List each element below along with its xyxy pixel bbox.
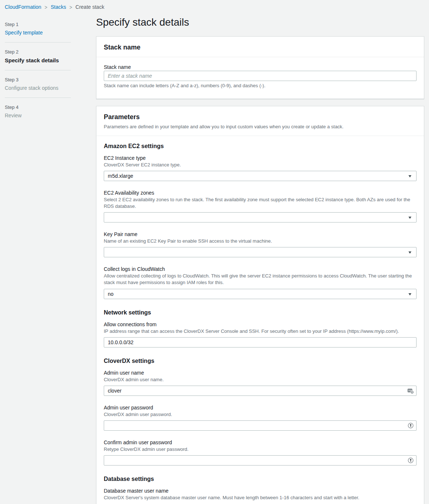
chevron-down-icon [408,175,411,177]
key-icon[interactable] [407,422,414,429]
sidebar-step-4: Step 4Review [5,104,71,118]
stack-name-card-body: Stack name Stack name can include letter… [96,57,424,99]
sidebar-step-3: Step 3Configure stack options [5,77,71,91]
step-number: Step 3 [5,77,71,82]
field-ec2-instance-type: EC2 Instance typeCloverDX Server EC2 ins… [104,155,417,181]
key-pair-name-select[interactable] [104,247,417,257]
text-control [104,420,417,431]
section-heading-amazon-ec2-settings: Amazon EC2 settings [104,143,417,150]
field-description: Name of an existing EC2 Key Pair to enab… [104,238,417,244]
breadcrumb-current: Create stack [76,4,104,10]
ec2-instance-type-select[interactable]: m5d.xlarge [104,171,417,181]
field-label: Admin user password [104,405,417,411]
breadcrumb-separator-icon: > [69,4,72,10]
field-label: Key Pair name [104,231,417,237]
field-key-pair-name: Key Pair nameName of an existing EC2 Key… [104,231,417,257]
field-collect-logs-in-cloudwatch: Collect logs in CloudWatchAllow centrali… [104,266,417,299]
field-description: CloverDX admin user name. [104,376,417,383]
field-description: IP address range that can access the Clo… [104,328,417,335]
parameters-card-header: Parameters Parameters are defined in you… [96,106,424,136]
admin-user-password-input[interactable] [104,420,417,431]
step-name: Review [5,113,71,118]
field-confirm-admin-user-password: Confirm admin user passwordRetype Clover… [104,439,417,466]
stack-name-label: Stack name [104,64,417,70]
field-label: EC2 Availability zones [104,190,417,196]
step-name: Specify stack details [5,57,71,63]
chevron-down-icon [408,217,411,219]
field-database-master-user-name: Database master user nameCloverDX Server… [104,488,417,504]
page-title: Specify stack details [96,16,424,28]
select-value: m5d.xlarge [108,173,133,179]
step-number: Step 1 [5,22,71,27]
step-name: Configure stack options [5,85,71,91]
step-number: Step 4 [5,104,71,110]
breadcrumb-separator-icon: > [45,4,48,10]
confirm-admin-user-password-input[interactable] [104,455,417,466]
parameters-card-description: Parameters are defined in your template … [104,124,417,130]
section-heading-network-settings: Network settings [104,309,417,316]
field-label: Allow connections from [104,321,417,327]
field-label: Confirm admin user password [104,439,417,445]
step-divider [5,70,71,70]
field-description: Select 2 EC2 availability zones to run t… [104,196,417,210]
ec2-availability-zones-select[interactable] [104,212,417,222]
field-description: CloverDX Server's system database master… [104,494,417,501]
allow-connections-from-input[interactable] [104,337,417,347]
chevron-down-icon [408,293,411,295]
section-heading-cloverdx-settings: CloverDX settings [104,358,417,364]
text-control [104,337,417,347]
sidebar-step-1: Step 1Specify template [5,22,71,36]
stack-name-card-header: Stack name [96,37,424,57]
field-label: Admin user name [104,370,417,376]
field-admin-user-password: Admin user passwordCloverDX admin user p… [104,405,417,431]
admin-user-name-input[interactable] [104,386,417,396]
stack-name-help-text: Stack name can include letters (A-Z and … [104,83,417,88]
field-description: CloverDX admin user password. [104,411,417,418]
page-layout: Step 1Specify templateStep 2Specify stac… [0,13,429,504]
field-ec2-availability-zones: EC2 Availability zonesSelect 2 EC2 avail… [104,190,417,222]
step-divider [5,98,71,98]
stack-name-card-title: Stack name [104,44,417,51]
section-heading-database-settings: Database settings [104,476,417,482]
chevron-down-icon [408,251,411,254]
main-content: Specify stack details Stack name Stack n… [96,13,424,504]
field-description: Retype CloverDX admin user password. [104,446,417,453]
key-icon[interactable] [407,457,414,464]
field-description: CloverDX Server EC2 instance type. [104,162,417,168]
parameters-card-title: Parameters [104,113,417,121]
parameters-sections: Amazon EC2 settingsEC2 Instance typeClov… [96,136,424,504]
field-label: EC2 Instance type [104,155,417,161]
field-label: Database master user name [104,488,417,494]
autofill-icon[interactable] [407,387,414,394]
sidebar-step-2: Step 2Specify stack details [5,49,71,63]
stack-name-input[interactable] [104,71,417,81]
step-link[interactable]: Specify template [5,30,43,36]
field-allow-connections-from: Allow connections fromIP address range t… [104,321,417,347]
field-label: Collect logs in CloudWatch [104,266,417,272]
field-description: Allow centralized collecting of logs to … [104,273,417,286]
breadcrumb: CloudFormation > Stacks > Create stack [0,0,429,13]
select-value: no [108,291,114,297]
steps-nav: Step 1Specify templateStep 2Specify stac… [5,22,71,504]
text-control [104,455,417,466]
stack-name-card: Stack name Stack name Stack name can inc… [96,36,424,99]
collect-logs-in-cloudwatch-select[interactable]: no [104,289,417,299]
step-divider [5,42,71,43]
step-number: Step 2 [5,49,71,55]
breadcrumb-link-cloudformation[interactable]: CloudFormation [5,4,41,10]
breadcrumb-link-stacks[interactable]: Stacks [51,4,66,10]
field-admin-user-name: Admin user nameCloverDX admin user name. [104,370,417,396]
parameters-card: Parameters Parameters are defined in you… [96,106,424,504]
text-control [104,386,417,396]
step-name: Specify template [5,30,71,36]
